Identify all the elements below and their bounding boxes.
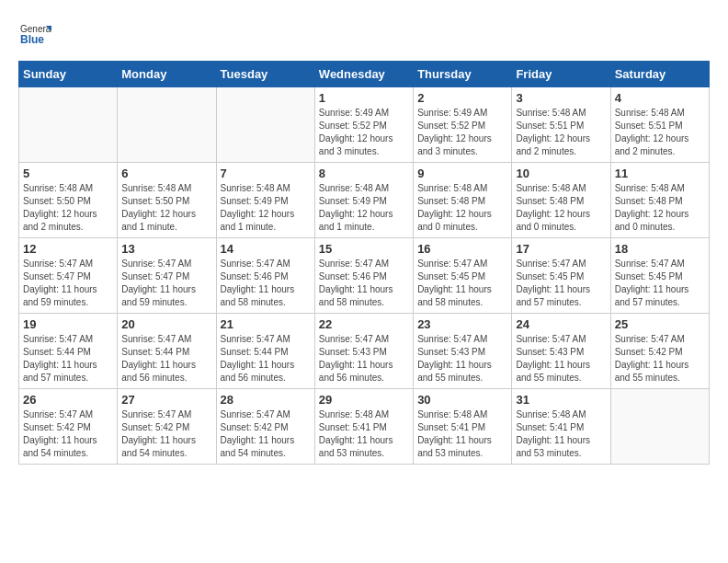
day-info: Sunrise: 5:47 AM Sunset: 5:42 PM Dayligh…: [23, 408, 113, 460]
day-info: Sunrise: 5:48 AM Sunset: 5:50 PM Dayligh…: [121, 182, 211, 234]
day-info: Sunrise: 5:48 AM Sunset: 5:51 PM Dayligh…: [516, 107, 606, 158]
day-number: 22: [319, 317, 409, 331]
calendar-cell: 19Sunrise: 5:47 AM Sunset: 5:44 PM Dayli…: [19, 314, 118, 389]
day-info: Sunrise: 5:48 AM Sunset: 5:48 PM Dayligh…: [516, 182, 606, 234]
calendar-cell: 20Sunrise: 5:47 AM Sunset: 5:44 PM Dayli…: [118, 314, 216, 389]
calendar-cell: 10Sunrise: 5:48 AM Sunset: 5:48 PM Dayli…: [512, 163, 610, 238]
day-info: Sunrise: 5:47 AM Sunset: 5:43 PM Dayligh…: [516, 333, 606, 385]
day-info: Sunrise: 5:48 AM Sunset: 5:48 PM Dayligh…: [417, 182, 507, 234]
calendar-day-header: Friday: [512, 62, 610, 87]
calendar-week-row: 12Sunrise: 5:47 AM Sunset: 5:47 PM Dayli…: [19, 238, 710, 314]
calendar-cell: [216, 87, 314, 163]
day-info: Sunrise: 5:47 AM Sunset: 5:47 PM Dayligh…: [121, 258, 211, 309]
day-number: 2: [417, 91, 507, 105]
calendar-cell: 4Sunrise: 5:48 AM Sunset: 5:51 PM Daylig…: [610, 87, 709, 163]
calendar-table: SundayMondayTuesdayWednesdayThursdayFrid…: [18, 61, 710, 465]
calendar-week-row: 26Sunrise: 5:47 AM Sunset: 5:42 PM Dayli…: [19, 389, 710, 465]
day-info: Sunrise: 5:47 AM Sunset: 5:42 PM Dayligh…: [121, 408, 211, 460]
day-number: 5: [23, 167, 113, 180]
day-info: Sunrise: 5:47 AM Sunset: 5:47 PM Dayligh…: [23, 258, 113, 309]
calendar-cell: 8Sunrise: 5:48 AM Sunset: 5:49 PM Daylig…: [314, 163, 413, 238]
day-number: 7: [221, 167, 311, 180]
day-number: 23: [417, 317, 507, 331]
day-number: 20: [121, 317, 211, 331]
day-info: Sunrise: 5:47 AM Sunset: 5:44 PM Dayligh…: [23, 333, 113, 385]
calendar-cell: 15Sunrise: 5:47 AM Sunset: 5:46 PM Dayli…: [314, 238, 413, 314]
day-info: Sunrise: 5:47 AM Sunset: 5:42 PM Dayligh…: [221, 408, 311, 460]
day-number: 14: [221, 242, 311, 256]
day-info: Sunrise: 5:48 AM Sunset: 5:51 PM Dayligh…: [615, 107, 705, 158]
day-info: Sunrise: 5:47 AM Sunset: 5:45 PM Dayligh…: [417, 258, 507, 309]
day-info: Sunrise: 5:49 AM Sunset: 5:52 PM Dayligh…: [319, 107, 409, 158]
calendar-cell: 22Sunrise: 5:47 AM Sunset: 5:43 PM Dayli…: [314, 314, 413, 389]
day-info: Sunrise: 5:49 AM Sunset: 5:52 PM Dayligh…: [417, 107, 507, 158]
day-number: 29: [319, 393, 409, 407]
calendar-cell: 18Sunrise: 5:47 AM Sunset: 5:45 PM Dayli…: [610, 238, 709, 314]
calendar-day-header: Thursday: [414, 62, 512, 87]
day-number: 1: [319, 91, 409, 105]
calendar-cell: [19, 87, 118, 163]
day-number: 11: [615, 167, 705, 180]
calendar-cell: 3Sunrise: 5:48 AM Sunset: 5:51 PM Daylig…: [512, 87, 610, 163]
day-number: 10: [516, 167, 606, 180]
day-number: 18: [615, 242, 705, 256]
day-number: 3: [516, 91, 606, 105]
calendar-cell: [118, 87, 216, 163]
day-number: 9: [417, 167, 507, 180]
calendar-cell: 29Sunrise: 5:48 AM Sunset: 5:41 PM Dayli…: [314, 389, 413, 465]
calendar-cell: 21Sunrise: 5:47 AM Sunset: 5:44 PM Dayli…: [216, 314, 314, 389]
calendar-cell: 11Sunrise: 5:48 AM Sunset: 5:48 PM Dayli…: [610, 163, 709, 238]
calendar-header-row: SundayMondayTuesdayWednesdayThursdayFrid…: [19, 62, 710, 87]
day-number: 28: [221, 393, 311, 407]
day-number: 31: [516, 393, 606, 407]
logo-icon: General Blue: [18, 18, 51, 52]
calendar-cell: 6Sunrise: 5:48 AM Sunset: 5:50 PM Daylig…: [118, 163, 216, 238]
calendar-cell: [610, 389, 709, 465]
day-info: Sunrise: 5:48 AM Sunset: 5:41 PM Dayligh…: [417, 408, 507, 460]
day-info: Sunrise: 5:47 AM Sunset: 5:46 PM Dayligh…: [221, 258, 311, 309]
calendar-cell: 23Sunrise: 5:47 AM Sunset: 5:43 PM Dayli…: [414, 314, 512, 389]
day-number: 12: [23, 242, 113, 256]
day-number: 30: [417, 393, 507, 407]
calendar-day-header: Sunday: [19, 62, 118, 87]
day-info: Sunrise: 5:47 AM Sunset: 5:43 PM Dayligh…: [319, 333, 409, 385]
calendar-cell: 12Sunrise: 5:47 AM Sunset: 5:47 PM Dayli…: [19, 238, 118, 314]
day-number: 25: [615, 317, 705, 331]
calendar-cell: 9Sunrise: 5:48 AM Sunset: 5:48 PM Daylig…: [414, 163, 512, 238]
calendar-cell: 1Sunrise: 5:49 AM Sunset: 5:52 PM Daylig…: [314, 87, 413, 163]
calendar-day-header: Tuesday: [216, 62, 314, 87]
day-number: 15: [319, 242, 409, 256]
day-info: Sunrise: 5:47 AM Sunset: 5:44 PM Dayligh…: [121, 333, 211, 385]
calendar-cell: 31Sunrise: 5:48 AM Sunset: 5:41 PM Dayli…: [512, 389, 610, 465]
day-number: 13: [121, 242, 211, 256]
day-info: Sunrise: 5:47 AM Sunset: 5:44 PM Dayligh…: [221, 333, 311, 385]
calendar-day-header: Monday: [118, 62, 216, 87]
calendar-cell: 24Sunrise: 5:47 AM Sunset: 5:43 PM Dayli…: [512, 314, 610, 389]
day-info: Sunrise: 5:47 AM Sunset: 5:46 PM Dayligh…: [319, 258, 409, 309]
day-info: Sunrise: 5:48 AM Sunset: 5:49 PM Dayligh…: [221, 182, 311, 234]
day-number: 19: [23, 317, 113, 331]
day-info: Sunrise: 5:48 AM Sunset: 5:41 PM Dayligh…: [516, 408, 606, 460]
calendar-cell: 16Sunrise: 5:47 AM Sunset: 5:45 PM Dayli…: [414, 238, 512, 314]
day-info: Sunrise: 5:48 AM Sunset: 5:49 PM Dayligh…: [319, 182, 409, 234]
day-number: 6: [121, 167, 211, 180]
logo: General Blue: [18, 18, 51, 52]
day-number: 4: [615, 91, 705, 105]
calendar-cell: 5Sunrise: 5:48 AM Sunset: 5:50 PM Daylig…: [19, 163, 118, 238]
day-info: Sunrise: 5:48 AM Sunset: 5:50 PM Dayligh…: [23, 182, 113, 234]
day-number: 27: [121, 393, 211, 407]
calendar-week-row: 1Sunrise: 5:49 AM Sunset: 5:52 PM Daylig…: [19, 87, 710, 163]
calendar-cell: 30Sunrise: 5:48 AM Sunset: 5:41 PM Dayli…: [414, 389, 512, 465]
day-info: Sunrise: 5:48 AM Sunset: 5:48 PM Dayligh…: [615, 182, 705, 234]
page-header: General Blue: [18, 18, 710, 52]
day-number: 17: [516, 242, 606, 256]
calendar-week-row: 5Sunrise: 5:48 AM Sunset: 5:50 PM Daylig…: [19, 163, 710, 238]
calendar-week-row: 19Sunrise: 5:47 AM Sunset: 5:44 PM Dayli…: [19, 314, 710, 389]
calendar-cell: 27Sunrise: 5:47 AM Sunset: 5:42 PM Dayli…: [118, 389, 216, 465]
day-number: 24: [516, 317, 606, 331]
day-info: Sunrise: 5:47 AM Sunset: 5:45 PM Dayligh…: [615, 258, 705, 309]
calendar-cell: 7Sunrise: 5:48 AM Sunset: 5:49 PM Daylig…: [216, 163, 314, 238]
day-number: 21: [221, 317, 311, 331]
calendar-cell: 14Sunrise: 5:47 AM Sunset: 5:46 PM Dayli…: [216, 238, 314, 314]
day-info: Sunrise: 5:47 AM Sunset: 5:45 PM Dayligh…: [516, 258, 606, 309]
